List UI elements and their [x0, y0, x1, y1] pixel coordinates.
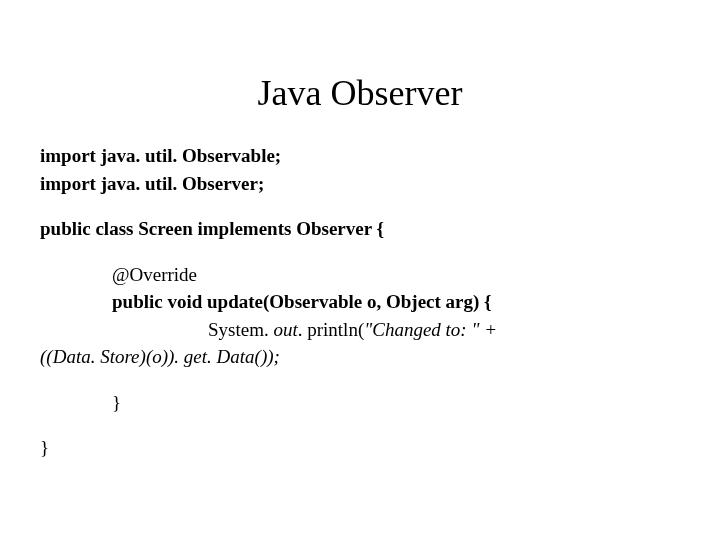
code-line-override: @Override [40, 261, 680, 289]
blank-line [40, 197, 680, 215]
blank-line [40, 243, 680, 261]
string-literal: "Changed to: " [364, 319, 479, 340]
blank-line [40, 416, 680, 434]
text: java. util. Observer; [96, 173, 264, 194]
code-line-import-1: import java. util. Observable; [40, 142, 680, 170]
code-line-method-close: } [40, 389, 680, 417]
code-line-println: System. out. println("Changed to: " + [40, 316, 680, 344]
blank-line [40, 371, 680, 389]
identifier-out: out [273, 319, 297, 340]
code-block: import java. util. Observable; import ja… [40, 142, 680, 462]
code-line-class-close: } [40, 434, 680, 462]
code-line-class-decl: public class Screen implements Observer … [40, 215, 680, 243]
text: + [479, 319, 497, 340]
text: . println( [298, 319, 365, 340]
code-line-import-2: import java. util. Observer; [40, 170, 680, 198]
text: System. [208, 319, 273, 340]
code-line-method-sig: public void update(Observable o, Object … [40, 288, 680, 316]
keyword-import: import [40, 145, 96, 166]
keyword-import: import [40, 173, 96, 194]
text: java. util. Observable; [96, 145, 281, 166]
slide: Java Observer import java. util. Observa… [0, 72, 720, 540]
slide-title: Java Observer [0, 72, 720, 114]
code-line-cast: ((Data. Store)(o)). get. Data()); [40, 343, 680, 371]
